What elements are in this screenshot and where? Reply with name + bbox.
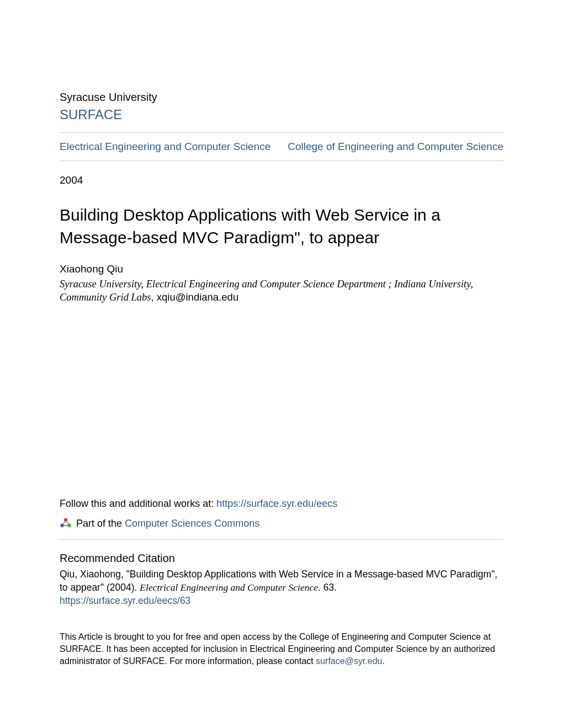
network-icon <box>60 517 72 529</box>
spacer <box>60 304 503 498</box>
author-name: Xiaohong Qiu <box>60 263 503 275</box>
citation-suffix: . 63. <box>318 582 337 593</box>
citation-italic: Electrical Engineering and Computer Scie… <box>140 582 318 593</box>
author-email: , xqiu@indiana.edu <box>151 291 239 303</box>
footer-prefix: This Article is brought to you for free … <box>60 632 495 665</box>
citation-header: Recommended Citation <box>60 552 503 565</box>
follow-prefix: Follow this and additional works at: <box>60 498 216 509</box>
nav-left-link[interactable]: Electrical Engineering and Computer Scie… <box>60 141 270 153</box>
divider-bottom <box>60 160 503 161</box>
footer-text: This Article is brought to you for free … <box>60 631 503 667</box>
svg-point-1 <box>60 524 63 527</box>
divider-citation <box>60 539 503 540</box>
affiliation-text: Syracuse University, Electrical Engineer… <box>60 279 473 303</box>
svg-point-2 <box>67 524 71 527</box>
university-name: Syracuse University <box>60 91 503 104</box>
surface-link[interactable]: SURFACE <box>60 107 122 122</box>
nav-links: Electrical Engineering and Computer Scie… <box>60 133 503 160</box>
partof-prefix: Part of the <box>76 518 122 529</box>
footer-suffix: . <box>382 656 384 666</box>
paper-title: Building Desktop Applications with Web S… <box>60 204 503 249</box>
footer-email-link[interactable]: surface@syr.edu <box>316 656 382 666</box>
svg-point-0 <box>64 518 67 521</box>
part-of: Part of the Computer Sciences Commons <box>60 517 503 529</box>
author-affiliation: Syracuse University, Electrical Engineer… <box>60 277 503 304</box>
nav-right-link[interactable]: College of Engineering and Computer Scie… <box>288 141 503 153</box>
follow-url-link[interactable]: https://surface.syr.edu/eecs <box>216 498 337 509</box>
citation-text: Qiu, Xiaohong, "Building Desktop Applica… <box>60 568 503 594</box>
follow-text: Follow this and additional works at: htt… <box>60 498 503 510</box>
year: 2004 <box>60 174 503 186</box>
commons-link[interactable]: Computer Sciences Commons <box>125 518 259 529</box>
citation-url-link[interactable]: https://surface.syr.edu/eecs/63 <box>60 595 503 607</box>
